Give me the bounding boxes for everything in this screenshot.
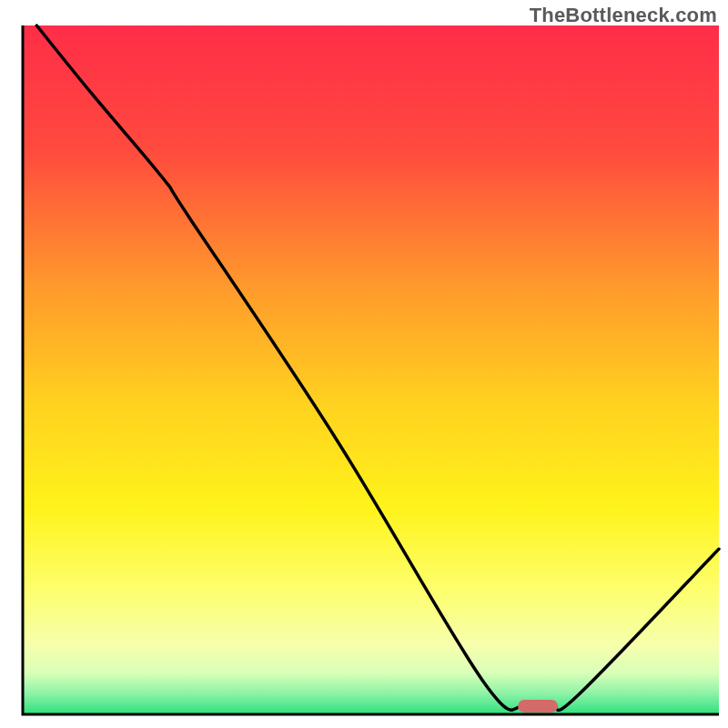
bottleneck-chart <box>0 0 728 728</box>
chart-container: TheBottleneck.com <box>0 0 728 728</box>
watermark-text: TheBottleneck.com <box>530 4 717 27</box>
optimal-marker <box>518 700 558 713</box>
plot-background <box>23 25 719 714</box>
